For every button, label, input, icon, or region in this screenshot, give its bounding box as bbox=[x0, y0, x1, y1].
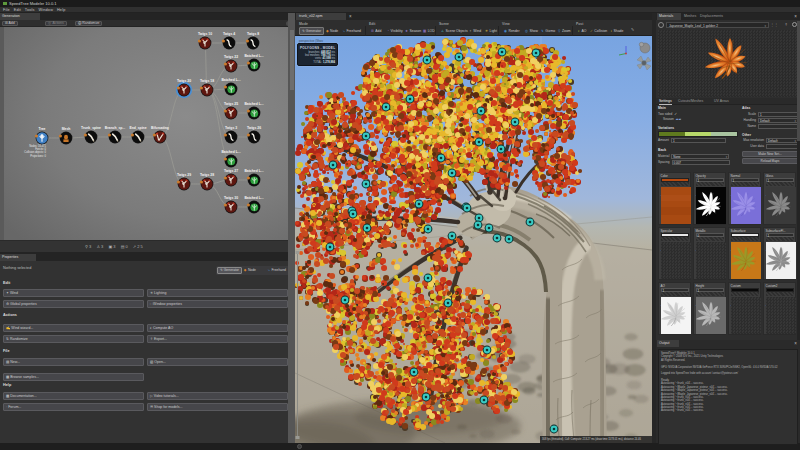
svg-text:Batched L...: Batched L... bbox=[244, 102, 263, 106]
svg-text:Twigs 3: Twigs 3 bbox=[225, 126, 237, 130]
svg-text:Twigs 26: Twigs 26 bbox=[247, 126, 261, 130]
svg-text:Twigs 18: Twigs 18 bbox=[200, 79, 214, 83]
svg-text:Twigs 20: Twigs 20 bbox=[177, 79, 191, 83]
svg-text:Twigs 4: Twigs 4 bbox=[223, 32, 235, 36]
svg-text:Batched L...: Batched L... bbox=[244, 169, 263, 173]
svg-text:Trunk_spine: Trunk_spine bbox=[81, 126, 101, 130]
svg-text:Batched L...: Batched L... bbox=[221, 150, 240, 154]
svg-text:Twigs 29: Twigs 29 bbox=[177, 173, 191, 177]
svg-text:Twigs 10: Twigs 10 bbox=[198, 32, 212, 36]
svg-text:Twigs 27: Twigs 27 bbox=[224, 169, 238, 173]
svg-text:Tree: Tree bbox=[39, 127, 46, 131]
svg-text:Twigs 8: Twigs 8 bbox=[247, 32, 259, 36]
svg-text:Projections: 0: Projections: 0 bbox=[30, 154, 46, 158]
svg-text:Mesh: Mesh bbox=[62, 127, 71, 131]
svg-text:Twigs 28: Twigs 28 bbox=[200, 173, 214, 177]
svg-text:Branch_sp...: Branch_sp... bbox=[105, 126, 125, 130]
svg-text:Bifurcating: Bifurcating bbox=[151, 126, 169, 130]
svg-text:Twigs 25: Twigs 25 bbox=[224, 102, 238, 106]
svg-text:Twigs 30: Twigs 30 bbox=[224, 196, 238, 200]
svg-text:Batched L...: Batched L... bbox=[244, 54, 263, 58]
svg-text:End_spine: End_spine bbox=[129, 126, 146, 130]
svg-text:Batched L...: Batched L... bbox=[221, 78, 240, 82]
svg-text:Twigs 22: Twigs 22 bbox=[224, 55, 238, 59]
svg-text:Batched L...: Batched L... bbox=[244, 196, 263, 200]
